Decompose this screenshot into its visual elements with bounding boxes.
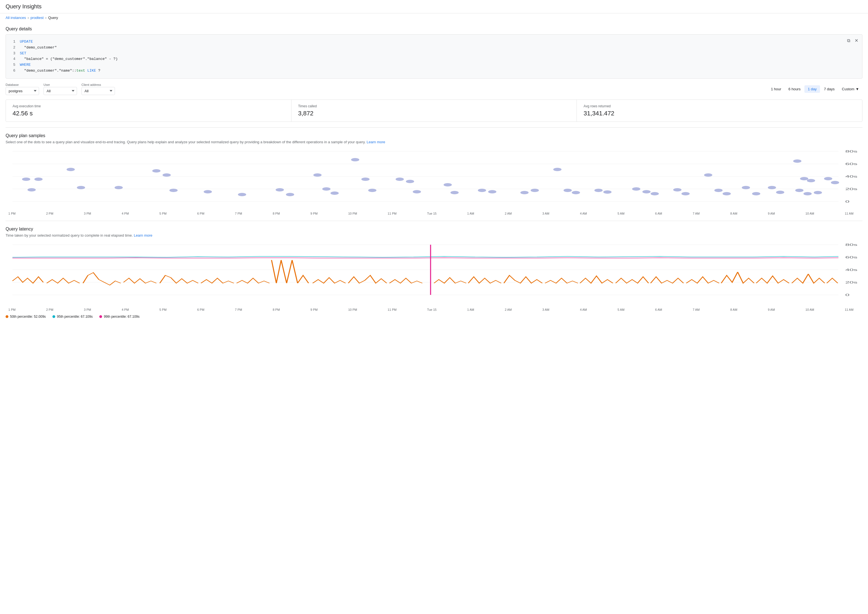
svg-point-58 (800, 177, 808, 180)
svg-point-39 (563, 189, 571, 192)
svg-point-48 (704, 174, 712, 177)
svg-point-25 (331, 191, 339, 195)
database-label: Database (6, 83, 39, 87)
svg-point-16 (152, 169, 160, 172)
divider-2 (6, 221, 862, 221)
close-button[interactable]: ✕ (854, 37, 859, 44)
legend-row: 50th percentile: 52.009s 95th percentile… (6, 315, 862, 319)
code-line-6: 6 "demo_customer"."name"::text LIKE ? (10, 68, 858, 74)
latency-x-labels: 1 PM 2 PM 3 PM 4 PM 5 PM 6 PM 7 PM 8 PM … (6, 307, 862, 311)
code-line-5: 5WHERE (10, 62, 858, 68)
latency-chart-svg: 80s 60s 40s 20s 0 (6, 242, 862, 306)
svg-point-20 (238, 193, 246, 196)
svg-point-32 (443, 183, 451, 186)
scatter-chart-svg: 80s 60s 40s 20s 0 (6, 149, 862, 210)
svg-point-47 (681, 192, 689, 195)
legend-99th: 99th percentile: 67.109s (99, 315, 140, 319)
svg-point-50 (723, 192, 731, 195)
svg-text:20s: 20s (845, 187, 858, 191)
svg-point-53 (768, 186, 776, 189)
svg-point-21 (275, 188, 284, 191)
user-filter: User All (44, 83, 77, 95)
svg-point-18 (169, 189, 177, 192)
breadcrumb: All instances › prodtest › Query (0, 13, 868, 22)
chevron-down-icon: ▼ (856, 87, 859, 91)
svg-point-44 (642, 190, 650, 194)
legend-label-95th: 95th percentile: 67.109s (57, 315, 93, 319)
svg-point-49 (714, 189, 722, 192)
breadcrumb-all-instances[interactable]: All instances (6, 16, 26, 20)
svg-point-37 (531, 189, 539, 192)
svg-point-46 (673, 188, 681, 191)
stats-row: Avg execution time 42.56 s Times called … (6, 99, 862, 122)
client-label: Client address (81, 83, 115, 87)
svg-point-38 (553, 168, 562, 171)
stat-avg-execution-label: Avg execution time (12, 104, 285, 108)
svg-point-35 (488, 190, 496, 194)
stat-avg-execution-value: 42.56 s (12, 110, 285, 117)
query-latency-title: Query latency (6, 226, 862, 232)
svg-point-19 (204, 190, 212, 194)
legend-label-50th: 50th percentile: 52.009s (10, 315, 46, 319)
divider-1 (6, 127, 862, 128)
svg-text:20s: 20s (845, 281, 858, 284)
svg-point-27 (361, 178, 369, 181)
svg-point-14 (77, 186, 85, 189)
code-line-3: 3SET (10, 51, 858, 57)
client-select[interactable]: All (81, 87, 115, 95)
time-1hour[interactable]: 1 hour (768, 85, 785, 93)
query-plan-learn-more[interactable]: Learn more (367, 140, 385, 144)
time-6hours[interactable]: 6 hours (785, 85, 804, 93)
breadcrumb-prodtest[interactable]: prodtest (30, 16, 44, 20)
scatter-chart-container: 80s 60s 40s 20s 0 (6, 149, 862, 215)
filters-row: Database postgres User All Client addres… (6, 83, 862, 95)
app-header: Query Insights (0, 0, 868, 13)
svg-point-34 (478, 189, 486, 192)
legend-dot-50th (6, 315, 8, 318)
breadcrumb-sep-1: › (28, 16, 29, 20)
user-select[interactable]: All (44, 87, 77, 95)
latency-chart-container: 80s 60s 40s 20s 0 (6, 242, 862, 311)
stat-times-called: Times called 3,872 (291, 100, 577, 121)
main-content: Query details ⧉ ✕ 1UPDATE 2 "demo_custom… (0, 26, 868, 330)
time-1day[interactable]: 1 day (804, 85, 820, 93)
legend-label-99th: 99th percentile: 67.109s (104, 315, 140, 319)
svg-point-40 (572, 191, 580, 194)
svg-point-12 (28, 188, 36, 191)
time-7days[interactable]: 7 days (821, 85, 838, 93)
query-plan-desc: Select one of the dots to see a query pl… (6, 140, 862, 144)
latency-learn-more[interactable]: Learn more (134, 233, 152, 237)
custom-label: Custom (842, 87, 854, 91)
time-custom[interactable]: Custom ▼ (838, 85, 862, 93)
svg-point-57 (793, 160, 801, 163)
code-actions: ⧉ ✕ (846, 37, 859, 44)
legend-dot-99th (99, 315, 102, 318)
svg-point-29 (395, 178, 404, 181)
svg-point-26 (351, 158, 359, 161)
breadcrumb-current: Query (48, 16, 58, 20)
svg-point-42 (603, 190, 611, 194)
svg-text:80s: 80s (845, 150, 858, 153)
user-label: User (44, 83, 77, 87)
svg-point-30 (406, 180, 414, 183)
copy-button[interactable]: ⧉ (846, 37, 851, 44)
database-select[interactable]: postgres (6, 87, 39, 95)
stat-avg-execution: Avg execution time 42.56 s (6, 100, 291, 121)
svg-text:40s: 40s (845, 175, 858, 178)
query-latency-section: Query latency Time taken by your selecte… (6, 226, 862, 319)
svg-text:60s: 60s (845, 162, 858, 166)
scatter-x-labels: 1 PM 2 PM 3 PM 4 PM 5 PM 6 PM 7 PM 8 PM … (6, 211, 862, 215)
legend-dot-95th (53, 315, 55, 318)
svg-point-55 (795, 189, 803, 192)
query-code-box: ⧉ ✕ 1UPDATE 2 "demo_customer" 3SET 4 "ba… (6, 34, 862, 79)
query-plan-title: Query plan samples (6, 133, 862, 138)
svg-point-24 (322, 187, 330, 191)
svg-text:0: 0 (845, 293, 849, 296)
svg-point-22 (286, 193, 294, 196)
svg-point-33 (450, 191, 459, 194)
stat-avg-rows: Avg rows returned 31,341.472 (577, 100, 862, 121)
svg-text:60s: 60s (845, 256, 858, 259)
svg-point-59 (807, 179, 815, 182)
svg-point-11 (34, 178, 42, 181)
stat-avg-rows-label: Avg rows returned (583, 104, 856, 108)
